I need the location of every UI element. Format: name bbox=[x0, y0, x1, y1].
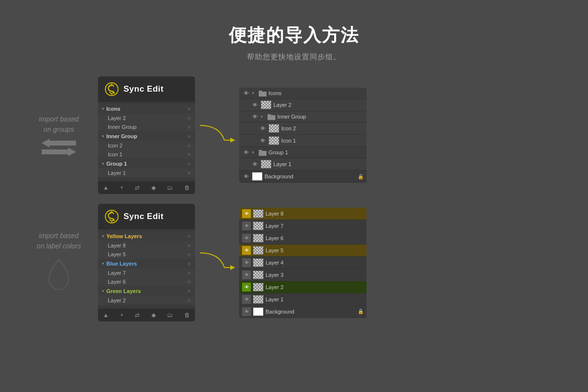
eye-icon[interactable]: 👁 bbox=[245, 248, 249, 253]
ps-row2-layer7: 👁 Layer 7 bbox=[239, 220, 367, 232]
eye-icon[interactable]: 👁 bbox=[245, 223, 249, 228]
panel-item-layer2-green: Layer 2 ✕ bbox=[98, 296, 195, 305]
eye-icon[interactable]: 👁 bbox=[245, 285, 249, 290]
panel-group-blue[interactable]: ▾ Blue Layers ✕ bbox=[98, 259, 195, 269]
folder-icon[interactable]: 🗂 bbox=[167, 184, 173, 191]
panel-group-green[interactable]: ▾ Green Layers ✕ bbox=[98, 286, 195, 296]
ps-row-layer2: 👁 Layer 2 bbox=[239, 99, 367, 111]
label-yellow: 👁 bbox=[242, 209, 251, 218]
drop-icon: ◆ bbox=[151, 312, 156, 318]
svg-rect-9 bbox=[268, 114, 271, 116]
ps-row-layer1: 👁 Layer 1 bbox=[239, 158, 367, 171]
label-none: 👁 bbox=[242, 307, 251, 316]
arrow-icon-group bbox=[20, 139, 98, 156]
eye-icon[interactable]: 👁 bbox=[251, 160, 259, 168]
panel-item-layer2: Layer 2 ✕ bbox=[98, 114, 195, 122]
ps-row2-layer1: 👁 Layer 1 bbox=[239, 294, 367, 306]
chevron-icon: ▾ bbox=[261, 114, 266, 119]
ps-panel-2: 👁 Layer 8 👁 Layer 7 👁 Layer 6 bbox=[239, 208, 367, 318]
row1-label-text: import based on groups bbox=[20, 114, 98, 135]
sync-panel-1: Sync Edit ▾ Icons ✕ Layer 2 ✕ Inner Grou… bbox=[98, 76, 195, 194]
svg-marker-5 bbox=[230, 138, 235, 143]
sync-icon[interactable]: ⇄ bbox=[135, 184, 140, 191]
sync-panel-1-footer: ▲ + ⇄ ◆ 🗂 🗑 bbox=[98, 181, 195, 194]
close-icon: ✕ bbox=[187, 152, 191, 157]
panel-item-layer6: Layer 6 ✕ bbox=[98, 277, 195, 286]
label-yellow: 👁 bbox=[242, 246, 251, 255]
close-icon: ✕ bbox=[187, 116, 191, 121]
page-title: 便捷的导入方法 bbox=[0, 24, 588, 48]
page-subtitle: 帮助您更快地设置同步组。 bbox=[0, 52, 588, 62]
arrow-curve-2 bbox=[195, 243, 239, 282]
add-icon[interactable]: + bbox=[120, 184, 123, 191]
sync-logo-2 bbox=[105, 210, 119, 223]
panel-item-icon2: Icon 2 ✕ bbox=[98, 141, 195, 150]
panel-item-inner-group: Inner Group ✕ bbox=[98, 122, 195, 131]
eye-icon[interactable]: 👁 bbox=[242, 148, 250, 156]
close-icon: ✕ bbox=[187, 261, 191, 267]
layer-thumb bbox=[253, 209, 264, 218]
close-icon: ✕ bbox=[187, 106, 191, 112]
ps-row2-layer3: 👁 Layer 3 bbox=[239, 269, 367, 281]
layer-thumb bbox=[253, 246, 264, 255]
panel-item-layer8: Layer 8 ✕ bbox=[98, 241, 195, 250]
eye-icon[interactable]: 👁 bbox=[242, 172, 250, 180]
ps-row-background: 👁 Background 🔒 bbox=[239, 171, 367, 183]
row1-label: import based on groups bbox=[20, 114, 98, 156]
svg-marker-2 bbox=[42, 149, 71, 154]
sync-icon[interactable]: ⇄ bbox=[135, 312, 140, 318]
svg-marker-1 bbox=[42, 139, 49, 147]
main-content: import based on groups bbox=[0, 76, 588, 321]
chevron-down-icon: ▾ bbox=[102, 106, 104, 111]
ps-row2-layer2: 👁 Layer 2 bbox=[239, 281, 367, 294]
arrow-curve-1 bbox=[195, 116, 239, 155]
eye-icon[interactable]: 👁 bbox=[245, 211, 249, 216]
label-none: 👁 bbox=[242, 270, 251, 279]
chevron-down-icon: ▾ bbox=[102, 134, 104, 139]
eye-icon[interactable]: 👁 bbox=[245, 236, 249, 241]
eye-icon[interactable]: 👁 bbox=[245, 309, 249, 314]
layer-thumb bbox=[261, 160, 271, 169]
eye-icon[interactable]: 👁 bbox=[251, 101, 259, 109]
close-icon: ✕ bbox=[187, 143, 191, 148]
row-groups: import based on groups bbox=[20, 76, 568, 194]
panel-group-icons[interactable]: ▾ Icons ✕ bbox=[98, 104, 195, 114]
folder-icon bbox=[259, 90, 267, 97]
ps-row-group1: 👁 ▾ Group 1 bbox=[239, 147, 367, 158]
close-icon: ✕ bbox=[187, 279, 191, 285]
delete-icon[interactable]: 🗑 bbox=[184, 312, 190, 318]
folder-icon[interactable]: 🗂 bbox=[167, 312, 173, 318]
eye-icon[interactable]: 👁 bbox=[245, 272, 249, 277]
close-icon: ✕ bbox=[187, 161, 191, 167]
delete-icon[interactable]: 🗑 bbox=[184, 184, 190, 191]
svg-rect-11 bbox=[259, 150, 262, 152]
svg-rect-7 bbox=[259, 91, 262, 93]
svg-marker-3 bbox=[68, 147, 76, 156]
eye-icon[interactable]: 👁 bbox=[259, 124, 267, 132]
panel-item-layer5: Layer 5 ✕ bbox=[98, 250, 195, 259]
page-header: 便捷的导入方法 帮助您更快地设置同步组。 bbox=[0, 0, 588, 62]
panel-group-inner[interactable]: ▾ Inner Group ✕ bbox=[98, 131, 195, 141]
close-icon: ✕ bbox=[187, 270, 191, 276]
label-none: 👁 bbox=[242, 221, 251, 230]
eye-icon[interactable]: 👁 bbox=[251, 113, 259, 121]
layer-thumb bbox=[261, 100, 271, 109]
sync-panel-2: Sync Edit ▾ Yellow Layers ✕ Layer 8 ✕ La… bbox=[98, 204, 195, 321]
layer-thumb bbox=[253, 221, 264, 230]
sync-panel-1-header: Sync Edit bbox=[98, 76, 195, 102]
add-icon[interactable]: + bbox=[120, 312, 123, 318]
label-none: 👁 bbox=[242, 295, 251, 304]
label-green: 👁 bbox=[242, 283, 251, 292]
eye-icon[interactable]: 👁 bbox=[245, 297, 249, 302]
panel-group-yellow[interactable]: ▾ Yellow Layers ✕ bbox=[98, 231, 195, 241]
triangle-icon: ▲ bbox=[103, 312, 109, 318]
eye-icon[interactable]: 👁 bbox=[245, 260, 249, 265]
eye-icon[interactable]: 👁 bbox=[242, 89, 250, 97]
panel-group-group1[interactable]: ▾ Group 1 ✕ bbox=[98, 159, 195, 169]
sync-panel-2-footer: ▲ + ⇄ ◆ 🗂 🗑 bbox=[98, 309, 195, 321]
row-labels: import based on label colors Sync Edit bbox=[20, 204, 568, 321]
eye-icon[interactable]: 👁 bbox=[259, 137, 267, 145]
ps-row2-layer6: 👁 Layer 6 bbox=[239, 232, 367, 245]
folder-icon bbox=[268, 113, 275, 120]
layer-thumb bbox=[253, 234, 264, 243]
